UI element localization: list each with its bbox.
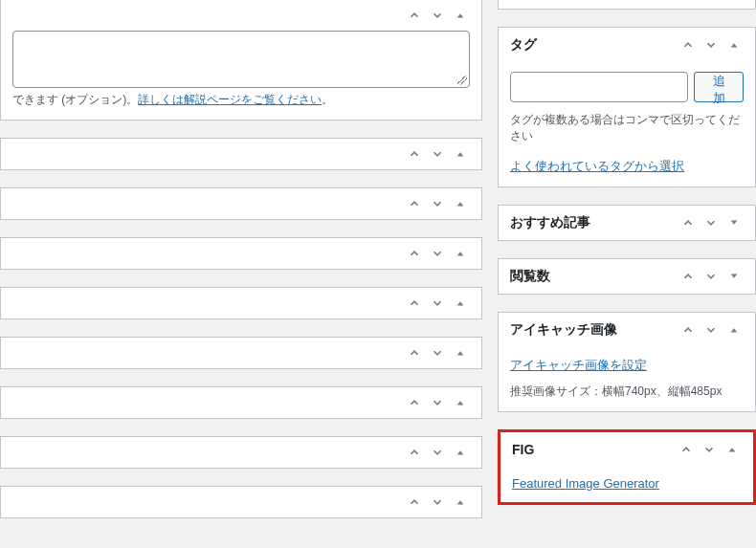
move-up-icon[interactable] [405, 493, 424, 512]
toggle-icon[interactable] [451, 294, 470, 313]
toggle-icon[interactable] [451, 443, 470, 462]
metabox-header[interactable] [1, 0, 481, 31]
toggle-icon[interactable] [451, 6, 470, 25]
caption-link[interactable]: 詳しくは解説ページをご覧ください [138, 93, 322, 106]
move-down-icon[interactable] [428, 194, 447, 213]
toggle-icon[interactable] [724, 320, 744, 340]
toggle-icon[interactable] [451, 194, 470, 213]
toggle-icon[interactable] [724, 267, 744, 286]
views-title: 閲覧数 [510, 268, 550, 285]
move-down-icon[interactable] [428, 343, 447, 362]
move-up-icon[interactable] [678, 213, 698, 232]
toggle-icon[interactable] [451, 244, 470, 263]
metabox-header[interactable] [1, 288, 481, 318]
move-up-icon[interactable] [678, 35, 698, 55]
partial-metabox-edge [498, 0, 756, 10]
move-up-icon[interactable] [405, 343, 424, 362]
metabox-controls [405, 343, 470, 362]
move-down-icon[interactable] [428, 443, 447, 462]
fig-header[interactable]: FIG [500, 432, 753, 467]
views-header[interactable]: 閲覧数 [499, 259, 755, 294]
main-metabox-7 [0, 386, 482, 419]
move-up-icon[interactable] [405, 6, 424, 25]
svg-marker-0 [457, 13, 464, 17]
fig-title: FIG [512, 442, 534, 457]
metabox-header[interactable] [1, 387, 481, 418]
move-down-icon[interactable] [701, 320, 721, 340]
main-metabox-4 [0, 237, 482, 270]
toggle-icon[interactable] [451, 343, 470, 362]
metabox-header[interactable] [1, 238, 481, 269]
popular-tags-link[interactable]: よく使われているタグから選択 [510, 159, 684, 173]
move-down-icon[interactable] [428, 393, 447, 412]
move-up-icon[interactable] [678, 267, 698, 286]
toggle-icon[interactable] [451, 393, 470, 412]
metabox-header[interactable] [1, 437, 481, 468]
fig-body: Featured Image Generator [500, 467, 753, 502]
move-down-icon[interactable] [428, 294, 447, 313]
svg-marker-7 [457, 450, 464, 454]
toggle-icon[interactable] [723, 440, 742, 459]
metabox-header[interactable] [1, 338, 481, 368]
toggle-icon[interactable] [724, 213, 744, 232]
svg-marker-12 [731, 328, 738, 332]
svg-marker-8 [457, 500, 464, 504]
move-up-icon[interactable] [405, 194, 424, 213]
move-down-icon[interactable] [701, 213, 721, 232]
svg-marker-11 [731, 274, 738, 278]
svg-marker-10 [731, 221, 738, 225]
svg-marker-6 [457, 401, 464, 405]
metabox-controls [678, 320, 744, 340]
main-metabox-5 [0, 287, 482, 319]
metabox-controls [405, 244, 470, 263]
tags-body: 追加 タグが複数ある場合はコンマで区切ってください よく使われているタグから選択 [499, 62, 755, 186]
caption-prefix: できます (オプション)。 [12, 93, 138, 106]
caption-suffix: 。 [322, 93, 333, 106]
featured-size-note: 推奨画像サイズ：横幅740px、縦幅485px [510, 384, 744, 400]
metabox-controls [405, 443, 470, 462]
move-up-icon[interactable] [405, 393, 424, 412]
tags-note: タグが複数ある場合はコンマで区切ってください [510, 112, 744, 144]
move-down-icon[interactable] [701, 35, 721, 55]
toggle-icon[interactable] [451, 493, 470, 512]
metabox-controls [405, 6, 470, 25]
move-down-icon[interactable] [701, 267, 721, 286]
move-down-icon[interactable] [428, 244, 447, 263]
metabox-controls [678, 35, 744, 55]
svg-marker-1 [457, 152, 464, 156]
views-metabox: 閲覧数 [498, 258, 756, 295]
move-up-icon[interactable] [678, 320, 698, 340]
move-down-icon[interactable] [428, 6, 447, 25]
metabox-header[interactable] [1, 487, 481, 517]
metabox-header[interactable] [1, 139, 481, 169]
move-up-icon[interactable] [405, 443, 424, 462]
move-down-icon[interactable] [428, 144, 447, 164]
add-tag-button[interactable]: 追加 [694, 72, 744, 102]
svg-marker-4 [457, 301, 464, 305]
move-down-icon[interactable] [428, 493, 447, 512]
move-down-icon[interactable] [700, 440, 719, 459]
move-up-icon[interactable] [405, 294, 424, 313]
move-up-icon[interactable] [405, 144, 424, 164]
fig-metabox: FIG Featured Image Generator [498, 429, 756, 505]
recommend-header[interactable]: おすすめ記事 [499, 206, 755, 240]
resize-handle-icon[interactable] [457, 76, 467, 85]
main-metabox-9 [0, 486, 482, 518]
tag-input[interactable] [510, 72, 688, 102]
recommend-title: おすすめ記事 [510, 214, 590, 231]
svg-marker-2 [457, 202, 464, 206]
move-up-icon[interactable] [677, 440, 696, 459]
featured-title: アイキャッチ画像 [510, 321, 617, 339]
move-up-icon[interactable] [405, 244, 424, 263]
toggle-icon[interactable] [451, 144, 470, 164]
metabox-controls [405, 493, 470, 512]
toggle-icon[interactable] [724, 35, 744, 55]
tags-header[interactable]: タグ [499, 28, 755, 62]
fig-link[interactable]: Featured Image Generator [512, 476, 659, 491]
featured-header[interactable]: アイキャッチ画像 [499, 313, 755, 347]
template-description-textarea[interactable] [12, 31, 470, 88]
set-featured-link[interactable]: アイキャッチ画像を設定 [510, 358, 647, 372]
metabox-header[interactable] [1, 188, 481, 219]
metabox-controls [405, 194, 470, 213]
svg-marker-13 [729, 448, 736, 451]
